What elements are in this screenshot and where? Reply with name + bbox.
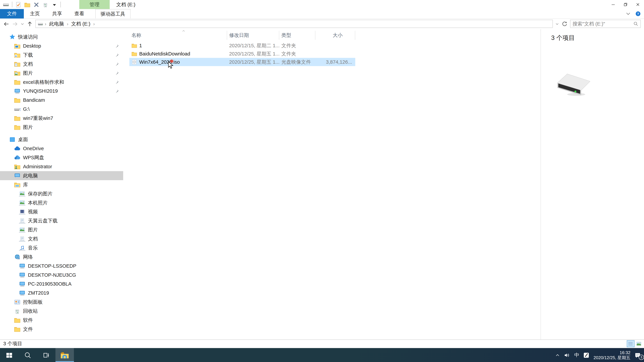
restore-button[interactable] xyxy=(619,0,632,9)
tab-文件[interactable]: 文件 xyxy=(0,9,24,18)
column-header-修改日期[interactable]: 修改日期 xyxy=(227,31,279,40)
sidebar-item-label: 软件 xyxy=(23,317,33,324)
computer-icon xyxy=(14,172,20,179)
sidebar-item-此电脑[interactable]: 此电脑 xyxy=(0,171,123,180)
breadcrumb-文档 (E:)[interactable]: 文档 (E:) xyxy=(69,20,93,27)
sidebar-item-网络[interactable]: 网络 xyxy=(0,252,123,261)
window-controls xyxy=(607,0,644,9)
view-toggles xyxy=(627,340,643,347)
tab-驱动器工具[interactable]: 驱动器工具 xyxy=(95,9,131,18)
address-dropdown-button[interactable] xyxy=(555,22,559,26)
up-button[interactable] xyxy=(27,21,33,27)
sidebar-item-文档[interactable]: 文档 xyxy=(0,234,123,243)
column-header-类型[interactable]: 类型 xyxy=(279,31,316,40)
pin-icon xyxy=(114,71,119,75)
sidebar-item-Bandicam[interactable]: Bandicam xyxy=(0,96,123,105)
sidebar-item-DESKTOP-NJEU3CG[interactable]: DESKTOP-NJEU3CG xyxy=(0,271,123,280)
sidebar-item-桌面[interactable]: 桌面 xyxy=(0,135,123,144)
expand-ribbon-chevron-icon[interactable] xyxy=(626,11,631,16)
sidebar-item-图片[interactable]: 图片 xyxy=(0,68,123,78)
quick-access-toolbar xyxy=(0,0,61,9)
sidebar-item-excel表格制作求和[interactable]: excel表格制作求和 xyxy=(0,78,123,87)
tab-共享[interactable]: 共享 xyxy=(46,9,68,18)
sidebar-item-OneDrive[interactable]: OneDrive xyxy=(0,144,123,153)
sidebar-item-控制面板[interactable]: 控制面板 xyxy=(0,298,123,307)
sidebar-item-天翼云盘下载[interactable]: 天翼云盘下载 xyxy=(0,216,123,225)
file-row-BaiduNetdiskDownload[interactable]: BaiduNetdiskDownload2020/12/25, 星期五 1...… xyxy=(129,50,355,58)
sidebar-item-快速访问[interactable]: 快速访问 xyxy=(0,32,123,41)
pin-icon xyxy=(114,53,119,57)
sidebar-item-label: OneDrive xyxy=(23,146,44,151)
tab-主页[interactable]: 主页 xyxy=(24,9,46,18)
sidebar-item-DESKTOP-LSSOEDP[interactable]: DESKTOP-LSSOEDP xyxy=(0,261,123,271)
recent-locations-dropdown[interactable] xyxy=(20,22,24,26)
address-bar[interactable]: ›此电脑›文档 (E:)› xyxy=(36,20,553,28)
view-thumb-icon xyxy=(636,341,642,347)
sidebar-item-YUNQISHI2019[interactable]: YUNQISHI2019 xyxy=(0,87,123,96)
file-size: 3,874,126... xyxy=(316,59,355,65)
sidebar-item-图片[interactable]: 图片 xyxy=(0,225,123,234)
sidebar-item-label: win7重装win7 xyxy=(23,115,53,122)
file-row-Win7x64_2020.iso[interactable]: Win7x64_2020.iso2020/12/25, 星期五 1...光盘映像… xyxy=(129,58,355,66)
chevron-down-icon xyxy=(626,11,631,16)
column-header-大小[interactable]: 大小 xyxy=(316,31,355,40)
sidebar-item-Administrator[interactable]: Administrator xyxy=(0,162,123,171)
drive-icon xyxy=(3,1,9,8)
minimize-button[interactable] xyxy=(607,0,619,9)
sidebar-item-label: Desktop xyxy=(23,43,41,49)
taskbar-search-button[interactable] xyxy=(18,348,37,362)
sidebar-item-WPS网盘[interactable]: WPS网盘 xyxy=(0,153,123,162)
column-header-名称[interactable]: 名称 xyxy=(129,31,227,40)
task-view-button[interactable] xyxy=(37,348,55,362)
large-icons-view-button[interactable] xyxy=(635,340,643,347)
computer-icon xyxy=(19,263,26,269)
sidebar-item-G:\[interactable]: ?G:\ xyxy=(0,105,123,114)
sidebar-item-文档[interactable]: 文档 xyxy=(0,59,123,68)
back-button[interactable] xyxy=(3,21,10,27)
up-icon xyxy=(27,21,33,27)
file-explorer-button[interactable] xyxy=(56,348,74,362)
delete-x-button[interactable] xyxy=(33,1,40,8)
taskbar-clock[interactable]: 16:32 2020/12/25, 星期五 xyxy=(594,350,630,360)
sidebar-item-label: Bandicam xyxy=(23,97,45,103)
hidden-icons-chevron-icon[interactable] xyxy=(555,353,560,357)
sidebar-item-视频[interactable]: 视频 xyxy=(0,207,123,216)
tab-查看[interactable]: 查看 xyxy=(68,9,90,18)
column-header-label: 类型 xyxy=(282,32,291,39)
folder-button[interactable] xyxy=(24,1,30,8)
sidebar-item-label: 桌面 xyxy=(18,136,28,143)
separator xyxy=(60,2,61,7)
tray-app-icon[interactable] xyxy=(583,352,590,358)
close-button[interactable] xyxy=(632,0,644,9)
sidebar-item-库[interactable]: 库 xyxy=(0,180,123,189)
sidebar-item-下载[interactable]: 下载 xyxy=(0,50,123,59)
sidebar-item-文件[interactable]: 文件 xyxy=(0,325,123,334)
sidebar-item-保存的图片[interactable]: 保存的图片 xyxy=(0,189,123,198)
file-name: 1 xyxy=(139,43,142,48)
sidebar-item-图片[interactable]: 图片 xyxy=(0,123,123,132)
action-center-icon[interactable]: 3 xyxy=(634,352,641,358)
breadcrumb-此电脑[interactable]: 此电脑 xyxy=(46,20,66,27)
ime-indicator[interactable]: 中 xyxy=(574,352,579,359)
sidebar-item-Desktop[interactable]: Desktop xyxy=(0,41,123,50)
manage-contextual-header[interactable]: 管理 xyxy=(79,0,110,9)
sidebar-item-回收站[interactable]: 回收站 xyxy=(0,307,123,316)
file-row-1[interactable]: 12020/12/15, 星期二 1...文件夹 xyxy=(129,41,355,50)
sidebar-item-音乐[interactable]: 音乐 xyxy=(0,243,123,252)
start-button[interactable] xyxy=(0,348,18,362)
recycle-bin-button[interactable] xyxy=(42,1,48,8)
volume-icon[interactable] xyxy=(564,352,570,358)
sidebar-item-win7重装win7[interactable]: win7重装win7 xyxy=(0,114,123,123)
sidebar-item-软件[interactable]: 软件 xyxy=(0,316,123,325)
details-view-button[interactable] xyxy=(627,340,634,347)
sidebar-item-本机照片[interactable]: 本机照片 xyxy=(0,198,123,207)
forward-button[interactable] xyxy=(12,21,18,27)
notification-badge: 3 xyxy=(639,355,644,360)
refresh-button[interactable] xyxy=(562,21,568,27)
sidebar-item-ZMT2019[interactable]: ZMT2019 xyxy=(0,289,123,298)
dropdown-small-button[interactable] xyxy=(51,1,58,8)
help-icon[interactable]: ? xyxy=(636,11,641,16)
search-input[interactable] xyxy=(572,21,633,27)
sidebar-item-PC-20190530OBLA[interactable]: PC-20190530OBLA xyxy=(0,280,123,289)
check-doc-button[interactable] xyxy=(15,1,22,8)
